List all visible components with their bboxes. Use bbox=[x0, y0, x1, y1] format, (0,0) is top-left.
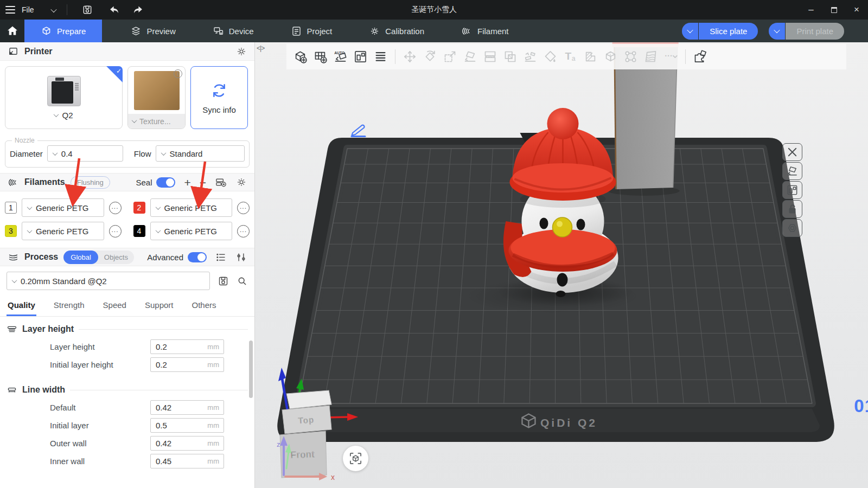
fit-view-button[interactable] bbox=[343, 446, 368, 471]
minimize-button[interactable]: – bbox=[800, 0, 822, 20]
line-width-default-input[interactable]: mm bbox=[150, 400, 224, 415]
process-header: Process bbox=[24, 252, 58, 262]
scope-toggle[interactable]: Global Objects bbox=[63, 251, 134, 264]
plate-info-icon[interactable]: i bbox=[174, 69, 182, 78]
filament-3-select[interactable]: Generic PETG bbox=[22, 222, 104, 240]
scale-icon[interactable] bbox=[441, 46, 459, 68]
panel-scrollbar[interactable] bbox=[249, 341, 253, 398]
file-menu[interactable]: File bbox=[22, 5, 34, 14]
tab-strength[interactable]: Strength bbox=[53, 297, 86, 316]
save-preset-icon[interactable] bbox=[218, 275, 229, 287]
filament-2-select[interactable]: Generic PETG bbox=[150, 198, 233, 217]
remove-filament-button[interactable]: − bbox=[200, 177, 206, 188]
auto-orient-plate-icon[interactable] bbox=[782, 162, 802, 180]
line-width-initial-input[interactable]: mm bbox=[150, 418, 224, 433]
modifier-icon[interactable] bbox=[581, 46, 600, 68]
print-options-chevron[interactable] bbox=[769, 23, 786, 40]
edit-plate-name-pencil-icon[interactable] bbox=[348, 121, 368, 140]
filament-4-select[interactable]: Generic PETG bbox=[150, 222, 233, 240]
line-width-outer-wall-input[interactable]: mm bbox=[150, 436, 224, 451]
plate-type-select[interactable]: Texture... bbox=[128, 114, 185, 129]
cut-icon[interactable] bbox=[481, 46, 500, 68]
move-icon[interactable] bbox=[400, 46, 419, 68]
plate-tools bbox=[782, 143, 802, 237]
scope-objects[interactable]: Objects bbox=[98, 251, 134, 264]
print-plate-button[interactable]: Print plate bbox=[786, 23, 844, 40]
tab-support[interactable]: Support bbox=[144, 297, 175, 316]
add-object-icon[interactable] bbox=[291, 46, 310, 68]
seal-toggle[interactable] bbox=[156, 177, 175, 188]
split-objects-icon[interactable] bbox=[371, 46, 390, 68]
slice-plate-button[interactable]: Slice plate bbox=[699, 23, 758, 40]
arrange-icon[interactable] bbox=[351, 46, 370, 68]
rotate-icon[interactable] bbox=[420, 46, 439, 68]
initial-layer-height-input[interactable]: mm bbox=[150, 357, 224, 372]
lay-on-face-icon[interactable] bbox=[461, 46, 480, 68]
assembly-icon[interactable] bbox=[691, 46, 710, 68]
filament-2-menu-icon[interactable]: ... bbox=[237, 202, 250, 214]
settings-list-icon[interactable] bbox=[215, 252, 227, 263]
menu-icon[interactable] bbox=[5, 6, 15, 14]
redo-button[interactable] bbox=[129, 2, 148, 18]
filament-4-menu-icon[interactable]: ... bbox=[237, 225, 250, 237]
tab-prepare[interactable]: Prepare bbox=[24, 20, 102, 42]
delete-plate-icon[interactable] bbox=[782, 143, 802, 161]
layer-height-icon bbox=[7, 324, 17, 335]
color-paint-icon[interactable] bbox=[541, 46, 560, 68]
scene-3d: QiDi Q2 bbox=[255, 42, 868, 488]
printer-settings-gear-icon[interactable] bbox=[236, 46, 247, 57]
tab-quality[interactable]: Quality bbox=[7, 297, 36, 316]
printer-model-card[interactable]: ✓ Q2 bbox=[5, 66, 123, 129]
tune-icon[interactable] bbox=[235, 252, 247, 263]
home-button[interactable] bbox=[0, 20, 24, 42]
auto-orient-icon[interactable]: AUTO bbox=[331, 46, 350, 68]
line-width-inner-wall-input[interactable]: mm bbox=[150, 454, 224, 468]
tab-speed[interactable]: Speed bbox=[102, 297, 127, 316]
sync-info-button[interactable]: Sync info bbox=[190, 66, 248, 129]
filament-settings-gear-icon[interactable] bbox=[236, 177, 247, 188]
diameter-select[interactable]: 0.4 bbox=[47, 145, 123, 162]
viewport-3d[interactable]: QiDi Q2 bbox=[255, 42, 868, 488]
search-preset-icon[interactable] bbox=[237, 275, 248, 287]
tab-preview[interactable]: Preview bbox=[116, 20, 189, 42]
add-plate-icon[interactable] bbox=[311, 46, 330, 68]
flow-select[interactable]: Standard bbox=[156, 145, 245, 162]
segmentation-icon[interactable] bbox=[621, 46, 640, 68]
printer-model-select[interactable]: Q2 bbox=[54, 111, 73, 120]
build-plate-card[interactable]: i Texture... bbox=[127, 66, 186, 129]
ams-sync-icon[interactable] bbox=[215, 176, 227, 189]
title-bar: File 圣诞节小雪人 – × bbox=[0, 0, 868, 20]
merge-icon[interactable] bbox=[501, 46, 520, 68]
z-axis-label: z bbox=[277, 440, 280, 448]
close-button[interactable]: × bbox=[845, 0, 868, 20]
filament-1-menu-icon[interactable]: ... bbox=[109, 202, 122, 214]
arrange-plate-icon[interactable] bbox=[782, 181, 802, 199]
boolean-icon[interactable] bbox=[601, 46, 620, 68]
filament-1-select[interactable]: Generic PETG bbox=[22, 198, 104, 217]
scope-global[interactable]: Global bbox=[63, 251, 98, 264]
tab-project[interactable]: Project bbox=[277, 20, 347, 42]
preset-select[interactable]: 0.20mm Standard @Q2 bbox=[7, 272, 210, 290]
variable-layer-height-icon[interactable] bbox=[641, 46, 660, 68]
support-paint-icon[interactable] bbox=[521, 46, 540, 68]
tab-filament[interactable]: Filament bbox=[447, 20, 523, 42]
more-icon[interactable]: ··· bbox=[661, 46, 680, 68]
nozzle-group: Nozzle Diameter 0.4 Flow Standard bbox=[5, 137, 250, 168]
tab-others[interactable]: Others bbox=[191, 297, 218, 316]
text-icon[interactable]: Ta bbox=[561, 46, 580, 68]
add-filament-button[interactable]: + bbox=[184, 177, 190, 188]
flushing-button[interactable]: Flushing bbox=[71, 176, 110, 189]
panel-collapse-handle[interactable]: <|> bbox=[257, 44, 264, 52]
maximize-button[interactable] bbox=[822, 0, 845, 20]
plate-settings-icon[interactable] bbox=[782, 219, 802, 237]
file-menu-chevron-icon[interactable] bbox=[52, 5, 56, 15]
lock-plate-icon[interactable] bbox=[782, 200, 802, 218]
tab-device[interactable]: Device bbox=[199, 20, 268, 42]
save-button[interactable] bbox=[78, 2, 97, 18]
slice-options-chevron[interactable] bbox=[682, 23, 699, 40]
layer-height-input[interactable]: mm bbox=[150, 339, 224, 354]
tab-calibration[interactable]: Calibration bbox=[355, 20, 438, 42]
undo-button[interactable] bbox=[105, 2, 124, 18]
advanced-toggle[interactable] bbox=[188, 252, 207, 262]
filament-3-menu-icon[interactable]: ... bbox=[109, 225, 122, 237]
